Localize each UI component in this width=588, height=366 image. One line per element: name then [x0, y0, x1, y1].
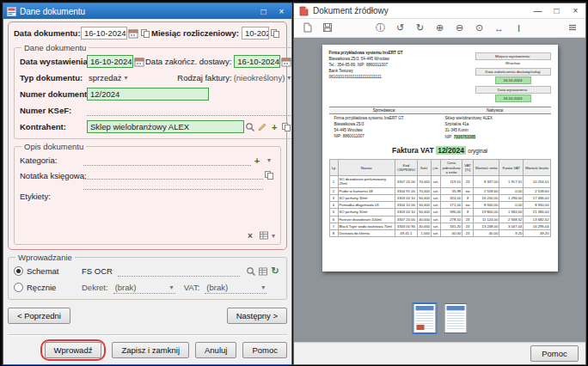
invoice-cell: 1 296,00 [499, 194, 524, 201]
previous-button[interactable]: < Poprzedni [8, 308, 70, 324]
invoice-kind-select[interactable]: (nieokreślony) ▾ [232, 71, 291, 84]
issue-date-input[interactable]: 16-10-2024 [87, 55, 133, 68]
edit-icon[interactable] [256, 121, 268, 133]
chevron-down-icon[interactable]: ▾ [263, 155, 275, 167]
note-input[interactable] [83, 169, 263, 190]
ksef-input[interactable] [87, 105, 291, 116]
page-thumbnail-2[interactable] [444, 303, 467, 333]
grid-icon[interactable] [257, 265, 269, 278]
invoice-cell: 1 [329, 176, 338, 188]
calendar-icon[interactable] [127, 27, 139, 40]
grid-icon[interactable] [258, 229, 270, 241]
invoice-cell: 3304 91 00 [395, 187, 417, 194]
document-viewer-area[interactable]: Firma przykładowa systemu InsERT GTBława… [294, 38, 585, 342]
next-button[interactable]: Następny > [227, 308, 287, 324]
invoice-cell: 70,000 [417, 187, 431, 194]
submit-highlight-ring: Wprowadź [40, 339, 107, 361]
zoom-in-icon[interactable]: ⊕ [433, 22, 446, 34]
text-select-icon[interactable]: I [512, 23, 525, 34]
invoice-cell: 3304 10 00 [395, 202, 417, 209]
billing-month-label: Miesiąc rozliczeniowy: [151, 28, 239, 38]
fit-width-icon[interactable]: ↔ [493, 23, 505, 34]
open-document-icon[interactable] [301, 22, 314, 34]
rotate-left-icon[interactable]: ↺ [394, 22, 407, 34]
invoice-cell: 2 [329, 187, 338, 194]
help-button[interactable]: Pomoc [242, 342, 287, 358]
invoice-cell: szt. [431, 176, 440, 188]
column-header: VAT [%] [462, 160, 474, 176]
scheme-radio[interactable] [14, 266, 23, 276]
copy-icon[interactable] [269, 27, 281, 40]
doc-number-input[interactable]: 12/2024 [87, 88, 209, 101]
invoice-page: Firma przykładowa systemu InsERT GTBława… [322, 45, 558, 271]
chevron-down-icon[interactable]: ▾ [272, 232, 275, 240]
invoice-cell: szt. [431, 223, 440, 229]
thumbnail-preview [415, 306, 433, 331]
invoice-top: Firma przykładowa systemu InsERT GTBława… [329, 51, 551, 102]
save-icon[interactable] [321, 22, 334, 34]
scheme-input[interactable] [118, 265, 240, 277]
chevron-down-icon: ▾ [261, 284, 265, 291]
info-icon[interactable]: ⓘ [374, 21, 387, 34]
delivery-date-input[interactable]: 16-10-2024 [234, 55, 280, 68]
window-title: Dane dokumentu [20, 7, 253, 16]
invoice-cell: 19 800,00 [474, 209, 499, 216]
clear-icon[interactable]: × [244, 229, 256, 241]
doc-date-input[interactable]: 16-10-2024 [81, 27, 127, 40]
vat-select[interactable]: (brak) ▾ [205, 281, 266, 294]
doc-date-label: Data dokumentu: [14, 28, 81, 38]
rotate-right-icon[interactable]: ↻ [413, 22, 426, 34]
submit-button[interactable]: Wprowadź [45, 342, 102, 358]
refresh-icon[interactable]: ↻ [269, 265, 281, 278]
cancel-button[interactable]: Anuluj [195, 342, 236, 358]
billing-month-input[interactable]: 10-2024 [242, 27, 269, 40]
category-input[interactable] [83, 155, 251, 166]
zoom-actual-icon[interactable]: ⊙ [473, 22, 486, 34]
menu-icon[interactable] [566, 22, 579, 34]
category-row: Kategoria: + ▾ [20, 153, 275, 168]
buyer-header: Nabywca: [440, 107, 551, 114]
divider [8, 334, 287, 336]
add-icon[interactable]: + [251, 155, 263, 167]
invoice-cell: 0,00 [499, 187, 524, 194]
invoice-cell: 5 [329, 209, 338, 216]
invoice-row: 1SO dezodorant perfumowany 25ml3307 20 0… [329, 176, 550, 188]
invoice-cell: szt. [431, 230, 440, 237]
doc-type-select[interactable]: sprzedaż ▾ [87, 71, 130, 84]
add-icon[interactable]: + [268, 121, 280, 133]
viewer-toolbar: ⓘ↺↻⊕⊖⊙↔I [294, 19, 585, 38]
zoom-out-icon[interactable]: ⊖ [453, 22, 466, 34]
invoice-cell: 3303 00 90 [395, 223, 417, 229]
close-icon[interactable]: × [274, 5, 289, 17]
doc-number-label: Numer dokumentu: [20, 89, 87, 99]
pager-row: < Poprzedni Następny > [8, 308, 287, 324]
column-header: Wartość netto [474, 160, 499, 176]
manual-radio[interactable] [14, 283, 23, 292]
scheme-value: FS OCR [82, 266, 113, 276]
maximize-icon[interactable]: □ [256, 5, 271, 17]
minimize-icon[interactable]: — [530, 5, 545, 17]
calendar-icon[interactable] [133, 56, 145, 68]
invoice-cell: 23 [462, 230, 474, 237]
save-close-button[interactable]: Zapisz i zamknij [112, 342, 189, 358]
copy-icon[interactable] [280, 121, 291, 133]
search-icon[interactable] [244, 121, 256, 133]
invoice-row: 5SO perfumy 50ml3303 00 1050,000szt.396,… [329, 209, 550, 216]
contractor-input[interactable]: Sklep wielobranżowy ALEX [87, 120, 244, 133]
decree-select[interactable]: (brak) ▾ [113, 281, 175, 294]
maximize-icon[interactable]: □ [549, 5, 564, 17]
page-thumbnail-1[interactable] [413, 303, 436, 333]
copy-icon[interactable] [139, 27, 151, 40]
calendar-icon[interactable] [280, 56, 291, 68]
flex-spacer [8, 324, 287, 332]
viewer-help-button[interactable]: Pomoc [530, 345, 579, 362]
search-icon[interactable] [245, 265, 257, 278]
scheme-label: Schemat [27, 266, 82, 276]
invoice-cell: 8 550,00 [524, 202, 550, 209]
window-title: Dokument źródłowy [313, 6, 526, 15]
close-icon[interactable]: × [568, 5, 583, 17]
invoice-cell: 23 [462, 216, 474, 223]
column-header: Wartość brutto [524, 160, 550, 176]
copy-icon[interactable] [263, 169, 275, 181]
issue-date-label: Data wystawienia: [20, 57, 87, 66]
